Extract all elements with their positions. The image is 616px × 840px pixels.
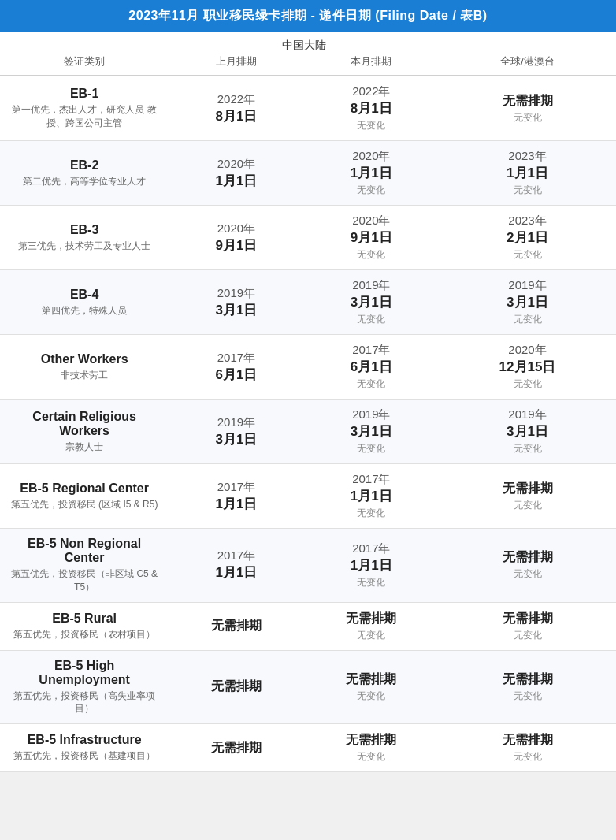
global-cell: 2020年12月15日无变化 (439, 335, 616, 400)
visa-cell: EB-5 Infrastructure第五优先，投资移民（基建项目） (0, 724, 169, 772)
visa-name: EB-3 (9, 223, 159, 237)
visa-cell: EB-3第三优先，技术劳工及专业人士 (0, 206, 169, 270)
china-current-cell: 无需排期无变化 (304, 602, 439, 650)
china-last-cell: 2019年3月1日 (169, 270, 303, 335)
visa-cell: EB-5 High Unemployment第五优先，投资移民（高失业率项目） (0, 650, 169, 724)
visa-desc: 第五优先，投资移民 (区域 I5 & R5) (9, 498, 159, 511)
visa-name: EB-5 Infrastructure (9, 733, 159, 747)
visa-cell: EB-5 Rural第五优先，投资移民（农村项目） (0, 602, 169, 650)
china-last-cell: 无需排期 (169, 650, 303, 724)
table-row: EB-5 Infrastructure第五优先，投资移民（基建项目）无需排期无需… (0, 724, 616, 772)
table-row: Other Workers非技术劳工2017年6月1日2017年6月1日无变化2… (0, 335, 616, 400)
table-row: EB-4第四优先，特殊人员2019年3月1日2019年3月1日无变化2019年3… (0, 270, 616, 335)
visa-desc: 宗教人士 (9, 440, 159, 454)
visa-cell: EB-1第一优先，杰出人才，研究人员 教授、跨国公司主管 (0, 76, 169, 141)
visa-name: EB-5 Rural (9, 611, 159, 626)
visa-cell: EB-4第四优先，特殊人员 (0, 270, 169, 335)
table-row: EB-5 High Unemployment第五优先，投资移民（高失业率项目）无… (0, 650, 616, 724)
china-last-cell: 2022年8月1日 (169, 76, 303, 141)
global-cell: 2023年2月1日无变化 (439, 206, 616, 270)
visa-cell: EB-2第二优先，高等学位专业人才 (0, 141, 169, 206)
china-last-cell: 2020年9月1日 (169, 206, 303, 270)
table-row: EB-1第一优先，杰出人才，研究人员 教授、跨国公司主管2022年8月1日202… (0, 76, 616, 141)
china-current-cell: 无需排期无变化 (304, 724, 439, 772)
visa-name: Certain Religious Workers (9, 410, 159, 438)
visa-cell: Certain Religious Workers宗教人士 (0, 400, 169, 464)
china-last-cell: 2017年6月1日 (169, 335, 303, 400)
header-title: 2023年11月 职业移民绿卡排期 - 递件日期 (Filing Date / … (128, 9, 487, 22)
col-global-header: 全球/港澳台 (439, 53, 616, 76)
global-cell: 无需排期无变化 (439, 602, 616, 650)
visa-desc: 第五优先，投资移民（基建项目） (9, 749, 159, 763)
column-header-row: 签证类别 上月排期 本月排期 全球/港澳台 (0, 53, 616, 76)
table-row: EB-3第三优先，技术劳工及专业人士2020年9月1日2020年9月1日无变化2… (0, 206, 616, 270)
global-cell: 无需排期无变化 (439, 529, 616, 603)
china-current-cell: 2020年1月1日无变化 (304, 141, 439, 206)
visa-name: Other Workers (9, 352, 159, 366)
visa-desc: 非技术劳工 (9, 369, 159, 382)
col-current-header: 本月排期 (304, 53, 439, 76)
table-row: EB-5 Rural第五优先，投资移民（农村项目）无需排期无需排期无变化无需排期… (0, 602, 616, 650)
table-row: Certain Religious Workers宗教人士2019年3月1日20… (0, 400, 616, 464)
table-row: EB-2第二优先，高等学位专业人才2020年1月1日2020年1月1日无变化20… (0, 141, 616, 206)
visa-desc: 第二优先，高等学位专业人才 (9, 175, 159, 188)
china-current-cell: 2020年9月1日无变化 (304, 206, 439, 270)
global-cell: 2019年3月1日无变化 (439, 270, 616, 335)
china-current-cell: 2019年3月1日无变化 (304, 270, 439, 335)
visa-desc: 第四优先，特殊人员 (9, 304, 159, 318)
global-cell: 2023年1月1日无变化 (439, 141, 616, 206)
visa-desc: 第五优先，投资移民（农村项目） (9, 628, 159, 641)
visa-cell: Other Workers非技术劳工 (0, 335, 169, 400)
global-cell: 无需排期无变化 (439, 76, 616, 141)
visa-name: EB-5 High Unemployment (9, 659, 159, 687)
table-row: EB-5 Regional Center第五优先，投资移民 (区域 I5 & R… (0, 464, 616, 529)
visa-desc: 第一优先，杰出人才，研究人员 教授、跨国公司主管 (9, 103, 159, 130)
china-last-cell: 2017年1月1日 (169, 529, 303, 603)
global-cell: 无需排期无变化 (439, 464, 616, 529)
china-last-cell: 无需排期 (169, 602, 303, 650)
visa-desc: 第五优先，投资移民（非区域 C5 & T5） (9, 567, 159, 594)
col-last-header: 上月排期 (169, 53, 303, 76)
china-last-cell: 2020年1月1日 (169, 141, 303, 206)
china-last-cell: 无需排期 (169, 724, 303, 772)
china-last-cell: 2019年3月1日 (169, 400, 303, 464)
visa-desc: 第三优先，技术劳工及专业人士 (9, 240, 159, 253)
visa-name: EB-1 (9, 87, 159, 101)
china-current-cell: 2017年6月1日无变化 (304, 335, 439, 400)
china-current-cell: 2017年1月1日无变化 (304, 529, 439, 603)
visa-name: EB-4 (9, 288, 159, 302)
global-cell: 2019年3月1日无变化 (439, 400, 616, 464)
china-group-header: 中国大陆 (169, 32, 439, 53)
visa-cell: EB-5 Regional Center第五优先，投资移民 (区域 I5 & R… (0, 464, 169, 529)
main-container: 2023年11月 职业移民绿卡排期 - 递件日期 (Filing Date / … (0, 0, 616, 772)
visa-name: EB-2 (9, 158, 159, 173)
visa-desc: 第五优先，投资移民（高失业率项目） (9, 689, 159, 716)
global-cell: 无需排期无变化 (439, 650, 616, 724)
col-visa-header: 签证类别 (0, 53, 169, 76)
china-last-cell: 2017年1月1日 (169, 464, 303, 529)
visa-name: EB-5 Non Regional Center (9, 537, 159, 565)
china-current-cell: 2017年1月1日无变化 (304, 464, 439, 529)
china-group-row: 中国大陆 (0, 32, 616, 53)
table-row: EB-5 Non Regional Center第五优先，投资移民（非区域 C5… (0, 529, 616, 603)
china-current-cell: 无需排期无变化 (304, 650, 439, 724)
china-current-cell: 2022年8月1日无变化 (304, 76, 439, 141)
visa-name: EB-5 Regional Center (9, 481, 159, 496)
visa-cell: EB-5 Non Regional Center第五优先，投资移民（非区域 C5… (0, 529, 169, 603)
china-current-cell: 2019年3月1日无变化 (304, 400, 439, 464)
page-header: 2023年11月 职业移民绿卡排期 - 递件日期 (Filing Date / … (0, 0, 616, 32)
global-cell: 无需排期无变化 (439, 724, 616, 772)
